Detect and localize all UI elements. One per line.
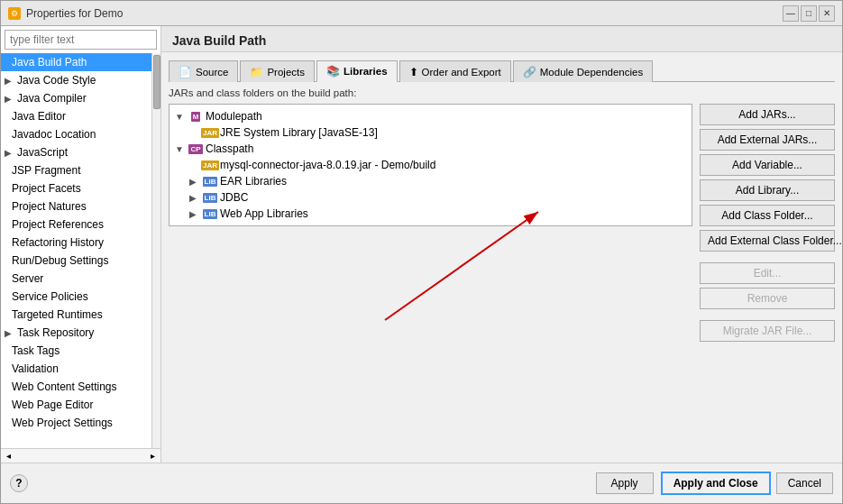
sidebar-item-java-build-path[interactable]: Java Build Path (1, 53, 151, 71)
tree-item-classpath[interactable]: ▼CPClasspath (173, 141, 688, 157)
tree-expand-web-app-libraries[interactable]: ▶ (189, 209, 200, 219)
tab-label-module-dependencies: Module Dependencies (540, 67, 643, 78)
nav-item-label: Run/Debug Settings (12, 254, 108, 267)
source-icon: 📄 (179, 66, 192, 78)
left-scrollbar[interactable] (151, 53, 160, 448)
sidebar-item-run-debug-settings[interactable]: Run/Debug Settings (1, 252, 151, 270)
tree-expand-classpath[interactable]: ▼ (175, 144, 186, 154)
tree-item-web-app-libraries[interactable]: ▶LIBWeb App Libraries (173, 206, 688, 222)
cancel-button[interactable]: Cancel (776, 472, 833, 494)
tree-expand-jdbc[interactable]: ▶ (189, 193, 200, 203)
nav-item-label: Java Build Path (12, 56, 87, 69)
help-button[interactable]: ? (10, 474, 28, 492)
tab-label-projects: Projects (267, 67, 305, 78)
tree-expand-ear-libraries[interactable]: ▶ (189, 177, 200, 187)
add-jars-button[interactable]: Add JARs... (700, 104, 835, 125)
tree-item-jre-system-library[interactable]: JARJRE System Library [JavaSE-13] (173, 124, 688, 141)
sidebar-item-task-repository[interactable]: ▶Task Repository (1, 324, 151, 342)
tree-expand-modulepath[interactable]: ▼ (175, 112, 186, 122)
apply-close-button[interactable]: Apply and Close (661, 472, 771, 495)
sidebar-item-java-editor[interactable]: Java Editor (1, 107, 151, 125)
sidebar-item-server[interactable]: Server (1, 270, 151, 288)
right-content: 📄Source📁Projects📚Libraries⬆Order and Exp… (161, 52, 842, 463)
sidebar-item-javascript[interactable]: ▶JavaScript (1, 143, 151, 161)
sidebar-item-java-compiler[interactable]: ▶Java Compiler (1, 89, 151, 107)
sidebar-item-web-page-editor[interactable]: Web Page Editor (1, 396, 151, 414)
tab-label-source: Source (196, 67, 228, 78)
bottom-right: Apply and Close Cancel (661, 472, 833, 495)
nav-scroll-left[interactable]: ◂ (1, 451, 16, 461)
minimize-button[interactable]: — (783, 5, 799, 22)
sidebar-item-service-policies[interactable]: Service Policies (1, 288, 151, 306)
nav-item-label: Web Project Settings (12, 417, 113, 429)
tab-projects[interactable]: 📁Projects (240, 60, 315, 82)
tree-icon-classpath: CP (188, 142, 203, 156)
tree-label-jdbc: JDBC (220, 191, 248, 204)
tree-icon-jdbc: LIB (203, 190, 217, 205)
nav-item-label: Validation (12, 362, 59, 375)
add-class-folder-button[interactable]: Add Class Folder... (700, 205, 835, 226)
sidebar-item-project-references[interactable]: Project References (1, 215, 151, 234)
tab-label-libraries: Libraries (344, 66, 388, 77)
close-button[interactable]: ✕ (819, 5, 835, 22)
sidebar-item-project-natures[interactable]: Project Natures (1, 197, 151, 215)
filter-input[interactable] (5, 30, 157, 50)
tree-icon-mysql-connector: JAR (203, 158, 217, 172)
remove-button: Remove (700, 288, 835, 309)
add-variable-button[interactable]: Add Variable... (700, 154, 835, 176)
sidebar-item-java-code-style[interactable]: ▶Java Code Style (1, 71, 151, 89)
dialog-icon: ⚙ (8, 7, 21, 20)
dialog-title: Properties for Demo (26, 7, 777, 20)
nav-item-label: Task Tags (12, 344, 60, 357)
tree-label-ear-libraries: EAR Libraries (220, 175, 287, 188)
sidebar-item-targeted-runtimes[interactable]: Targeted Runtimes (1, 306, 151, 324)
tab-source[interactable]: 📄Source (169, 60, 238, 82)
expand-arrow: ▶ (5, 328, 14, 338)
title-bar-controls: — □ ✕ (783, 5, 835, 22)
nav-item-label: Web Content Settings (12, 380, 117, 393)
add-external-class-folder-button[interactable]: Add External Class Folder... (700, 230, 835, 252)
tab-order-export[interactable]: ⬆Order and Export (399, 60, 511, 82)
nav-item-label: Project References (12, 218, 104, 231)
nav-item-label: Web Page Editor (12, 399, 94, 411)
sidebar-item-refactoring-history[interactable]: Refactoring History (1, 234, 151, 252)
tree-icon-ear-libraries: LIB (203, 174, 217, 188)
properties-dialog: ⚙ Properties for Demo — □ ✕ Java Build P… (0, 0, 843, 504)
button-spacer (700, 313, 835, 316)
projects-icon: 📁 (250, 66, 263, 78)
order-export-icon: ⬆ (409, 66, 418, 78)
tab-libraries[interactable]: 📚Libraries (316, 60, 398, 82)
apply-button[interactable]: Apply (596, 472, 654, 494)
nav-item-label: Java Compiler (17, 92, 87, 105)
nav-scroll-right[interactable]: ▸ (145, 451, 160, 461)
main-content-area: ▼MModulepathJARJRE System Library [JavaS… (169, 104, 835, 455)
edit-button: Edit... (700, 262, 835, 284)
svg-line-1 (385, 212, 538, 320)
nav-item-label: Targeted Runtimes (12, 308, 103, 321)
nav-item-label: Javadoc Location (12, 128, 96, 141)
sidebar-item-project-facets[interactable]: Project Facets (1, 179, 151, 197)
maximize-button[interactable]: □ (801, 5, 817, 22)
tree-item-ear-libraries[interactable]: ▶LIBEAR Libraries (173, 173, 688, 189)
sidebar-item-validation[interactable]: Validation (1, 360, 151, 378)
sidebar-item-web-project-settings[interactable]: Web Project Settings (1, 414, 151, 432)
nav-item-label: JavaScript (17, 146, 68, 159)
nav-item-label: Project Facets (12, 182, 81, 195)
sidebar-item-jsp-fragment[interactable]: JSP Fragment (1, 161, 151, 179)
tree-item-mysql-connector[interactable]: JARmysql-connector-java-8.0.19.jar - Dem… (173, 157, 688, 173)
module-dependencies-icon: 🔗 (523, 66, 536, 78)
nav-item-label: JSP Fragment (12, 164, 80, 177)
action-buttons-panel: Add JARs...Add External JARs...Add Varia… (700, 104, 835, 455)
tree-item-modulepath[interactable]: ▼MModulepath (173, 108, 688, 124)
nav-item-label: Refactoring History (12, 236, 104, 249)
nav-item-label: Service Policies (12, 290, 88, 303)
sidebar-item-task-tags[interactable]: Task Tags (1, 342, 151, 360)
tab-module-dependencies[interactable]: 🔗Module Dependencies (513, 60, 653, 82)
tree-panel[interactable]: ▼MModulepathJARJRE System Library [JavaS… (169, 104, 692, 226)
add-library-button[interactable]: Add Library... (700, 179, 835, 201)
sidebar-item-web-content-settings[interactable]: Web Content Settings (1, 378, 151, 396)
add-external-jars-button[interactable]: Add External JARs... (700, 129, 835, 151)
button-spacer (700, 255, 835, 259)
tree-item-jdbc[interactable]: ▶LIBJDBC (173, 189, 688, 206)
sidebar-item-javadoc-location[interactable]: Javadoc Location (1, 125, 151, 143)
